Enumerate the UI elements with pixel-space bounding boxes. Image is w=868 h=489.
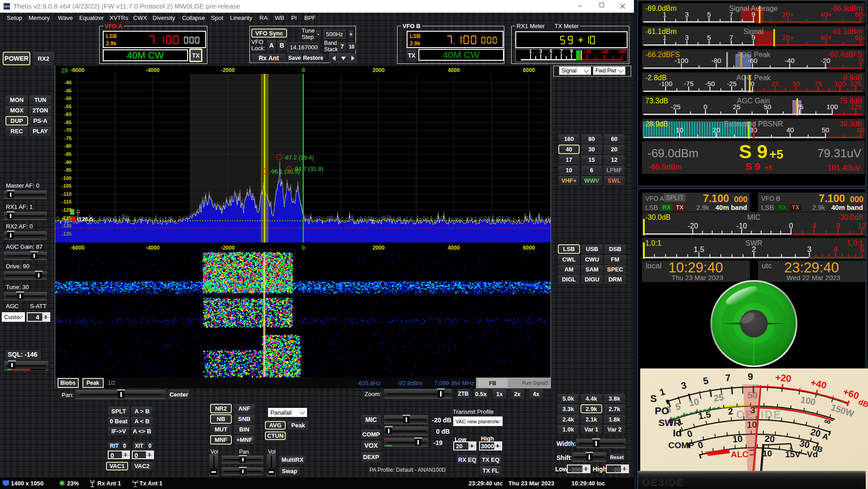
svg-text:9: 9 bbox=[570, 49, 573, 54]
svg-text:PO: PO bbox=[655, 405, 669, 416]
svg-text:Id: Id bbox=[673, 427, 682, 439]
svg-text:10: 10 bbox=[688, 396, 700, 408]
svg-text:THETIS: THETIS bbox=[4, 5, 10, 8]
svg-text:-45: -45 bbox=[64, 88, 72, 93]
svg-text:+20: +20 bbox=[775, 372, 791, 384]
svg-text:7.099 364 MHz: 7.099 364 MHz bbox=[434, 380, 474, 387]
svg-text:-130: -130 bbox=[62, 223, 72, 228]
svg-text:4: 4 bbox=[834, 245, 838, 254]
svg-text:40: 40 bbox=[786, 126, 794, 134]
svg-text:Pure Signal2: Pure Signal2 bbox=[522, 381, 548, 386]
svg-text:-2000: -2000 bbox=[221, 67, 235, 73]
svg-text:3: 3 bbox=[685, 34, 689, 41]
svg-text:-110: -110 bbox=[62, 191, 72, 197]
svg-text:-40: -40 bbox=[64, 80, 72, 85]
svg-text:7: 7 bbox=[560, 49, 563, 54]
svg-text:SWR: SWR bbox=[658, 417, 681, 428]
svg-text:2: 2 bbox=[728, 406, 734, 416]
svg-text:-6000: -6000 bbox=[71, 245, 85, 251]
svg-text:-20: -20 bbox=[687, 222, 698, 230]
svg-text:4000: 4000 bbox=[448, 245, 460, 251]
svg-text:-90: -90 bbox=[64, 160, 72, 165]
svg-text:+20: +20 bbox=[583, 49, 591, 54]
svg-text:2000: 2000 bbox=[373, 245, 385, 251]
svg-text:FB: FB bbox=[489, 380, 496, 387]
svg-text:10: 10 bbox=[676, 126, 684, 134]
svg-text:8: 8 bbox=[836, 222, 840, 230]
svg-text:-4000: -4000 bbox=[146, 67, 160, 73]
svg-text:-40: -40 bbox=[785, 57, 795, 64]
svg-text:5: 5 bbox=[707, 10, 711, 18]
svg-text:-4000: -4000 bbox=[146, 245, 160, 251]
svg-text:S: S bbox=[650, 393, 657, 404]
svg-text:40+: 40+ bbox=[820, 10, 832, 18]
svg-text:7: 7 bbox=[729, 34, 733, 41]
svg-text:29: 29 bbox=[61, 67, 67, 74]
svg-text:0: 0 bbox=[789, 222, 793, 230]
svg-text:-50: -50 bbox=[64, 96, 72, 101]
svg-text:10: 10 bbox=[732, 434, 743, 444]
svg-text:-94.7 (31.8): -94.7 (31.8) bbox=[293, 165, 323, 172]
svg-text:75: 75 bbox=[815, 80, 822, 87]
svg-text:-75: -75 bbox=[684, 80, 694, 87]
svg-text:-2000: -2000 bbox=[221, 245, 235, 251]
svg-text:-50: -50 bbox=[705, 80, 715, 87]
svg-text:+60: +60 bbox=[618, 49, 626, 54]
svg-text:-125: -125 bbox=[62, 215, 72, 221]
svg-text:100: 100 bbox=[826, 103, 838, 111]
svg-text:20+: 20+ bbox=[782, 10, 794, 18]
svg-text:+40: +40 bbox=[600, 49, 609, 54]
svg-text:0: 0 bbox=[302, 245, 305, 251]
svg-text:0: 0 bbox=[302, 67, 305, 73]
svg-text:20: 20 bbox=[764, 433, 775, 444]
svg-text:5: 5 bbox=[550, 49, 552, 54]
svg-text:50: 50 bbox=[822, 126, 830, 134]
svg-text:Vd: Vd bbox=[807, 450, 818, 459]
svg-text:6000: 6000 bbox=[523, 245, 535, 251]
svg-text:4000: 4000 bbox=[448, 67, 460, 73]
svg-text:3: 3 bbox=[539, 49, 542, 54]
svg-text:ALC: ALC bbox=[731, 450, 748, 459]
svg-text:1: 1 bbox=[529, 49, 532, 54]
svg-text:-135: -135 bbox=[62, 231, 72, 237]
svg-text:-G: -G bbox=[75, 209, 80, 214]
svg-text:-120: -120 bbox=[62, 207, 72, 213]
svg-text:-85: -85 bbox=[64, 151, 72, 157]
svg-text:-60: -60 bbox=[64, 111, 72, 117]
svg-text:20+: 20+ bbox=[782, 34, 794, 41]
svg-text:15V: 15V bbox=[785, 450, 801, 459]
svg-text:2000: 2000 bbox=[373, 67, 385, 73]
svg-text:Peak: Peak bbox=[86, 380, 99, 386]
svg-text:3: 3 bbox=[807, 245, 811, 254]
svg-text:25: 25 bbox=[713, 392, 724, 403]
svg-text:40+: 40+ bbox=[820, 34, 832, 41]
svg-text:0: 0 bbox=[704, 103, 707, 111]
svg-text:9: 9 bbox=[748, 371, 753, 382]
svg-text:25: 25 bbox=[772, 80, 779, 87]
svg-text:-65: -65 bbox=[64, 120, 72, 125]
svg-text:30: 30 bbox=[799, 438, 810, 450]
svg-text:-10: -10 bbox=[736, 222, 747, 230]
svg-text:50: 50 bbox=[792, 80, 800, 87]
svg-text:-6000: -6000 bbox=[71, 67, 85, 73]
svg-text:-105: -105 bbox=[62, 183, 72, 189]
svg-text:-55: -55 bbox=[64, 104, 72, 109]
svg-text:1/2: 1/2 bbox=[108, 380, 115, 386]
svg-text:1.5: 1.5 bbox=[694, 245, 705, 254]
svg-text:4: 4 bbox=[812, 222, 816, 230]
svg-text:-95: -95 bbox=[64, 167, 72, 173]
svg-text:7: 7 bbox=[725, 372, 731, 383]
svg-text:-635.8Hz: -635.8Hz bbox=[357, 380, 381, 387]
svg-text:-25: -25 bbox=[671, 103, 681, 111]
svg-text:6000: 6000 bbox=[523, 67, 535, 73]
svg-text:5: 5 bbox=[707, 34, 711, 41]
svg-text:-126.5: -126.5 bbox=[77, 216, 93, 223]
svg-text:12: 12 bbox=[858, 222, 866, 230]
svg-text:-115: -115 bbox=[62, 199, 72, 204]
svg-text:-92.8dBm: -92.8dBm bbox=[397, 380, 422, 387]
svg-text:-87.2 (39.4): -87.2 (39.4) bbox=[283, 154, 314, 161]
svg-text:-80: -80 bbox=[64, 143, 72, 149]
svg-text:-100: -100 bbox=[62, 175, 72, 181]
svg-text:10: 10 bbox=[762, 449, 772, 458]
svg-text:-70: -70 bbox=[64, 127, 72, 133]
